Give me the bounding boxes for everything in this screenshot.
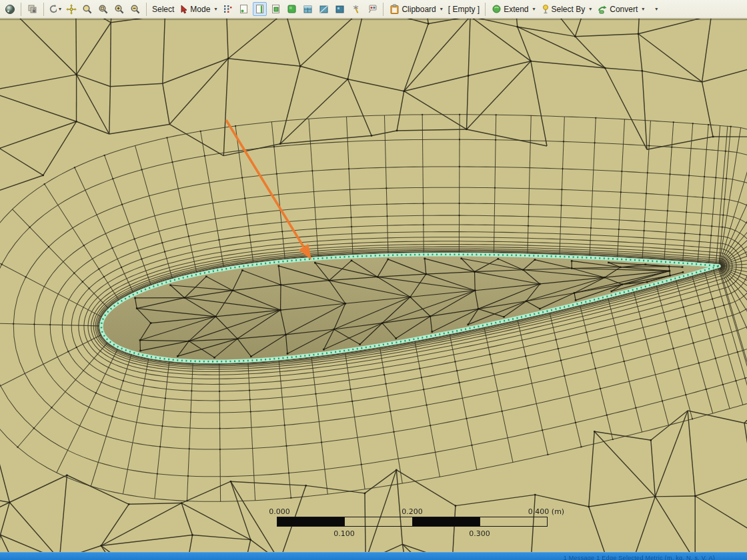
scale-segment: [413, 517, 480, 527]
convert-dropdown[interactable]: Convert: [596, 4, 646, 15]
separator: [21, 3, 21, 16]
wand-select-icon[interactable]: [349, 2, 363, 16]
mode-label: Mode: [190, 5, 210, 14]
zoom-out-icon[interactable]: [128, 2, 142, 16]
probe-annotation-icon[interactable]: [365, 2, 379, 16]
extend-dropdown[interactable]: Extend: [490, 3, 537, 15]
clipboard-state: [ Empty ]: [448, 5, 480, 14]
separator: [43, 3, 44, 16]
pan-icon[interactable]: [64, 2, 78, 16]
select-by-icon: [542, 4, 550, 14]
orient-sphere-icon[interactable]: [3, 2, 17, 16]
mesh-canvas[interactable]: [0, 19, 747, 552]
scale-label-400: 0.400 (m): [528, 507, 564, 516]
zoom-in-icon[interactable]: [112, 2, 126, 16]
scale-label-0: 0.000: [269, 507, 290, 516]
scale-bar: 0.000 0.200 0.400 (m) 0.100 0.300: [277, 507, 548, 539]
filter-adjacent-icon[interactable]: [317, 2, 331, 16]
separator: [383, 3, 384, 16]
clipboard-label: Clipboard: [402, 5, 436, 14]
mesh-viewport[interactable]: 0.000 0.200 0.400 (m) 0.100 0.300: [0, 19, 747, 552]
select-by-label: Select By: [552, 5, 586, 14]
mode-dropdown[interactable]: Mode: [177, 4, 219, 15]
status-text: 1 Message 1 Edge Selected Metric (m, kg,…: [0, 555, 747, 560]
toolbar: Select Mode Clipboard [ Empty ] Extend: [0, 0, 747, 19]
node-filter-icon[interactable]: [221, 2, 235, 16]
scale-label-200: 0.200: [402, 507, 423, 516]
selection-lock-icon[interactable]: [25, 2, 39, 16]
filter-all-icon[interactable]: [333, 2, 347, 16]
filter-volume-icon[interactable]: [301, 2, 315, 16]
extend-icon: [492, 4, 502, 14]
orbit-icon[interactable]: [48, 2, 62, 16]
scale-bar-ruler: [277, 517, 548, 527]
clipboard-dropdown[interactable]: Clipboard: [388, 3, 444, 15]
more-tools-icon[interactable]: [648, 2, 662, 16]
convert-label: Convert: [610, 5, 638, 14]
filter-face-icon[interactable]: [269, 2, 283, 16]
scale-segment: [480, 517, 548, 527]
convert-icon: [598, 5, 608, 14]
filter-edge-icon[interactable]: [253, 2, 267, 16]
zoom-box-icon[interactable]: [96, 2, 110, 16]
separator: [485, 3, 486, 16]
scale-segment: [277, 517, 345, 527]
scale-segment: [345, 517, 412, 527]
extend-label: Extend: [504, 5, 528, 14]
clipboard-icon: [390, 4, 400, 15]
filter-vertex-icon[interactable]: [237, 2, 251, 16]
select-cursor-icon: [179, 5, 188, 14]
separator: [146, 3, 147, 16]
scale-label-300: 0.300: [469, 529, 490, 538]
zoom-icon[interactable]: [80, 2, 94, 16]
scale-label-100: 0.100: [333, 529, 355, 538]
filter-body-icon[interactable]: [285, 2, 299, 16]
select-by-dropdown[interactable]: Select By: [540, 3, 594, 15]
status-bar: 1 Message 1 Edge Selected Metric (m, kg,…: [0, 552, 747, 560]
select-label: Select: [152, 5, 174, 14]
